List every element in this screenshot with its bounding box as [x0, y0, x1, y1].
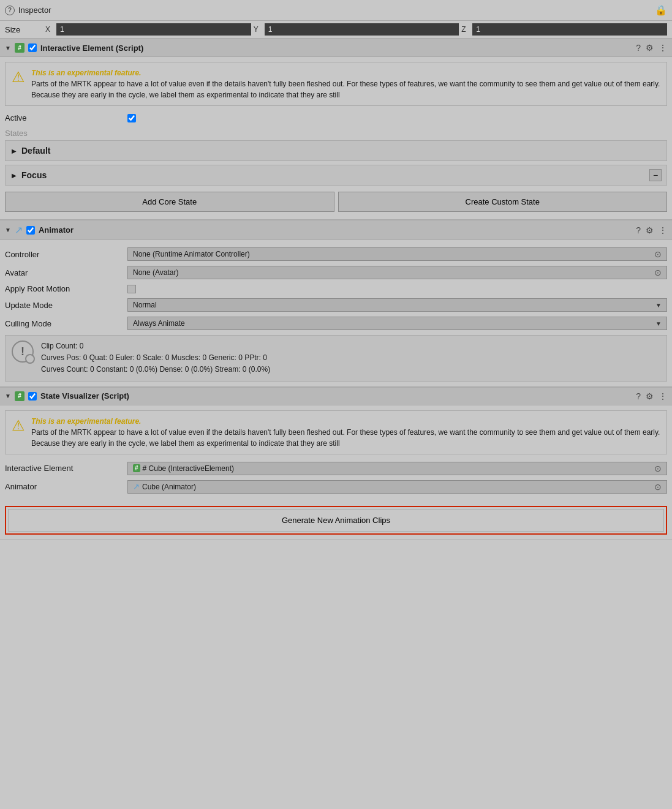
animator-field-icon: ↗ — [133, 482, 140, 491]
interactive-element-field-label: Interactive Element — [5, 464, 127, 473]
interactive-element-title: Interactive Element (Script) — [40, 43, 632, 53]
controller-field-row: Controller None (Runtime Animator Contro… — [5, 245, 667, 263]
ie-hash-icon: # — [133, 464, 140, 472]
warning-body: Parts of the MRTK appear to have a lot o… — [31, 80, 660, 99]
animator-section: ▼ ↗ Animator ? ⚙ ⋮ Controller None (Runt… — [0, 220, 672, 387]
state-button-row: Add Core State Create Custom State — [5, 189, 667, 214]
animator-title: Animator — [39, 225, 632, 235]
animator-object-field[interactable]: ↗ Cube (Animator) ⊙ — [127, 480, 667, 494]
state-visualizer-badge: # — [15, 391, 25, 401]
warning-text: This is an experimental feature. Parts o… — [31, 67, 660, 100]
state-visualizer-warning-body: Parts of the MRTK appear to have a lot o… — [31, 428, 660, 448]
default-state-item[interactable]: ▶ Default — [5, 140, 667, 161]
apply-root-motion-row: Apply Root Motion — [5, 282, 667, 296]
animator-chevron[interactable]: ▼ — [5, 227, 11, 233]
active-field-row: Active — [5, 111, 667, 125]
controller-field[interactable]: None (Runtime Animator Controller) ⊙ — [127, 247, 667, 261]
state-visualizer-warning: ⚠ This is an experimental feature. Parts… — [5, 410, 667, 454]
animator-checkbox[interactable] — [26, 226, 35, 235]
state-visualizer-warning-title: This is an experimental feature. — [31, 416, 660, 427]
create-custom-state-button[interactable]: Create Custom State — [338, 192, 668, 212]
help-icon[interactable]: ? — [636, 43, 641, 53]
avatar-label: Avatar — [5, 268, 127, 277]
state-visualizer-title: State Visualizer (Script) — [40, 391, 632, 401]
update-mode-dropdown[interactable]: Normal ▼ — [127, 298, 667, 312]
animator-icon: ↗ — [15, 224, 23, 236]
state-visualizer-chevron[interactable]: ▼ — [5, 393, 11, 399]
generate-animation-clips-button[interactable]: Generate New Animation Clips — [8, 509, 664, 532]
apply-root-motion-value — [127, 285, 667, 293]
apply-root-motion-checkbox[interactable] — [127, 285, 136, 293]
default-state-arrow: ▶ — [12, 148, 17, 154]
interactive-element-field-row: Interactive Element # # Cube (Interactiv… — [5, 459, 667, 478]
culling-mode-value: Always Animate ▼ — [127, 317, 667, 330]
focus-state-item[interactable]: ▶ Focus − — [5, 165, 667, 186]
clip-count-text: Clip Count: 0 — [41, 341, 270, 352]
interactive-element-header: ▼ # Interactive Element (Script) ? ⚙ ⋮ — [0, 39, 672, 57]
animator-field-label: Animator — [5, 482, 127, 491]
xyz-group: X Y Z — [45, 23, 667, 36]
state-visualizer-content: ⚠ This is an experimental feature. Parts… — [0, 405, 672, 501]
inspector-header: ? Inspector 🔒 — [0, 0, 672, 21]
interactive-element-chevron[interactable]: ▼ — [5, 45, 11, 51]
culling-mode-label: Culling Mode — [5, 319, 127, 328]
focus-state-arrow: ▶ — [12, 172, 17, 179]
culling-mode-row: Culling Mode Always Animate ▼ — [5, 314, 667, 333]
size-label: Size — [5, 25, 42, 34]
interactive-element-field-value: # # Cube (InteractiveElement) ⊙ — [127, 462, 667, 475]
warning-title: This is an experimental feature. — [31, 67, 660, 78]
state-visualizer-help-icon[interactable]: ? — [636, 391, 641, 401]
ie-target-icon: ⊙ — [654, 464, 662, 473]
animator-header: ▼ ↗ Animator ? ⚙ ⋮ — [0, 220, 672, 240]
focus-remove-button[interactable]: − — [649, 169, 662, 181]
state-visualizer-warning-text: This is an experimental feature. Parts o… — [31, 416, 660, 449]
interactive-element-content: ⚠ This is an experimental feature. Parts… — [0, 57, 672, 219]
size-y-input[interactable] — [265, 23, 459, 36]
animator-settings-icon[interactable]: ⚙ — [646, 225, 654, 235]
state-visualizer-settings-icon[interactable]: ⚙ — [646, 391, 654, 401]
curves-pos-text: Curves Pos: 0 Quat: 0 Euler: 0 Scale: 0 … — [41, 352, 270, 364]
avatar-field-text: None (Avatar) — [133, 268, 178, 277]
z-label: Z — [461, 25, 470, 34]
animator-info-box: ! Clip Count: 0 Curves Pos: 0 Quat: 0 Eu… — [5, 335, 667, 382]
animator-target-icon: ⊙ — [654, 482, 662, 492]
animator-field-row: Animator ↗ Cube (Animator) ⊙ — [5, 478, 667, 496]
avatar-field[interactable]: None (Avatar) ⊙ — [127, 266, 667, 279]
interactive-element-badge: # — [15, 43, 25, 53]
animator-field-value: ↗ Cube (Animator) ⊙ — [127, 480, 667, 494]
settings-icon[interactable]: ⚙ — [646, 43, 654, 53]
state-visualizer-checkbox[interactable] — [28, 392, 37, 401]
interactive-element-checkbox[interactable] — [28, 43, 37, 52]
interactive-element-section: ▼ # Interactive Element (Script) ? ⚙ ⋮ ⚠… — [0, 39, 672, 220]
menu-icon[interactable]: ⋮ — [659, 43, 667, 53]
interactive-element-warning: ⚠ This is an experimental feature. Parts… — [5, 62, 667, 106]
interactive-element-object-field[interactable]: # # Cube (InteractiveElement) ⊙ — [127, 462, 667, 475]
interactive-element-icons: ? ⚙ ⋮ — [636, 43, 667, 53]
animator-info-text: Clip Count: 0 Curves Pos: 0 Quat: 0 Eule… — [41, 341, 270, 376]
add-core-state-button[interactable]: Add Core State — [5, 192, 334, 212]
size-row: Size X Y Z — [0, 21, 672, 39]
lock-icon[interactable]: 🔒 — [655, 4, 667, 16]
state-visualizer-header: ▼ # State Visualizer (Script) ? ⚙ ⋮ — [0, 387, 672, 405]
state-visualizer-menu-icon[interactable]: ⋮ — [659, 391, 667, 401]
interactive-element-object-value: # Cube (InteractiveElement) — [143, 464, 234, 473]
update-mode-value: Normal ▼ — [127, 298, 667, 312]
animator-help-icon[interactable]: ? — [636, 225, 641, 235]
inspector-title: Inspector — [18, 6, 51, 15]
avatar-target-icon: ⊙ — [654, 268, 662, 277]
controller-label: Controller — [5, 250, 127, 259]
generate-btn-container: Generate New Animation Clips — [5, 506, 667, 535]
culling-mode-dropdown[interactable]: Always Animate ▼ — [127, 317, 667, 330]
culling-mode-text: Always Animate — [133, 319, 655, 328]
info-icon: ? — [5, 6, 15, 15]
animator-menu-icon[interactable]: ⋮ — [659, 225, 667, 235]
active-label: Active — [5, 113, 127, 122]
state-visualizer-warning-icon: ⚠ — [12, 417, 25, 449]
size-x-input[interactable] — [56, 23, 251, 36]
size-z-input[interactable] — [472, 23, 667, 36]
update-mode-arrow: ▼ — [655, 302, 662, 309]
warning-icon: ⚠ — [12, 69, 25, 100]
default-state-name: Default — [21, 146, 50, 156]
states-label: States — [5, 125, 667, 140]
active-checkbox[interactable] — [127, 114, 136, 122]
